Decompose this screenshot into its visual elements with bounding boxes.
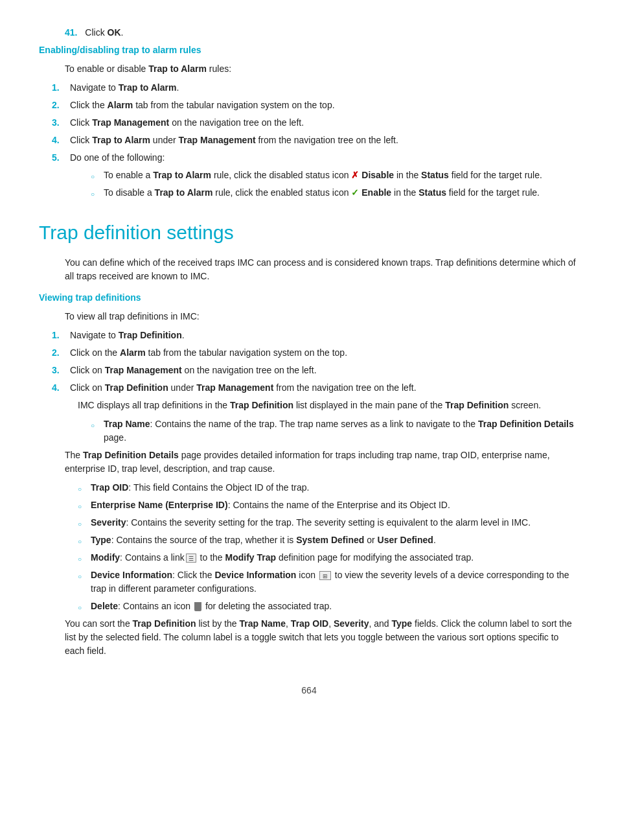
page-number: 664 xyxy=(39,684,579,697)
section2-step3: 3. Click on Trap Management on the navig… xyxy=(39,364,579,377)
bullet-enterprise-name: ○ Enterprise Name (Enterprise ID): Conta… xyxy=(39,498,579,512)
step-41-label: 41. xyxy=(65,27,77,38)
x-disable-icon: ✗ xyxy=(351,170,359,180)
step-41-text: Click xyxy=(85,27,107,38)
section1-step1: 1. Navigate to Trap to Alarm. xyxy=(39,81,579,95)
footer-sort-text: You can sort the Trap Definition list by… xyxy=(39,617,579,658)
section2-step4: 4. Click on Trap Definition under Trap M… xyxy=(39,381,579,395)
bullet-delete: ○ Delete: Contains an icon for deleting … xyxy=(39,600,579,613)
modify-icon: ☰ xyxy=(186,554,196,563)
step-41-bold: OK xyxy=(108,27,121,38)
section1-bullet2: ○ To disable a Trap to Alarm rule, click… xyxy=(39,186,579,200)
bullet-severity: ○ Severity: Contains the severity settin… xyxy=(39,516,579,530)
section2-imc-displays: IMC displays all trap definitions in the… xyxy=(39,399,579,412)
section1-step5: 5. Do one of the following: xyxy=(39,151,579,165)
step-41: 41. Click OK. xyxy=(39,26,579,40)
section2-details-para: The Trap Definition Details page provide… xyxy=(39,449,579,476)
section1-step2: 2. Click the Alarm tab from the tabular … xyxy=(39,99,579,112)
check-enable-icon: ✓ xyxy=(351,187,359,198)
section1-intro: To enable or disable Trap to Alarm rules… xyxy=(39,62,579,76)
section2-step1: 1. Navigate to Trap Definition. xyxy=(39,329,579,342)
bullet-type: ○ Type: Contains the source of the trap,… xyxy=(39,533,579,547)
main-title: Trap definition settings xyxy=(39,218,579,247)
section2-intro: To view all trap definitions in IMC: xyxy=(39,310,579,323)
bullet-device-info: ○ Device Information: Click the Device I… xyxy=(39,568,579,596)
intro-paragraph: You can define which of the received tra… xyxy=(39,256,579,283)
section2-heading: Viewing trap definitions xyxy=(39,291,579,305)
section2-sub-bullet-trapname: ○ Trap Name: Contains the name of the tr… xyxy=(39,417,579,445)
bullet-modify: ○ Modify: Contains a link☰ to the Modify… xyxy=(39,551,579,565)
device-info-icon: ⊞ xyxy=(319,571,331,580)
section1-bullet1: ○ To enable a Trap to Alarm rule, click … xyxy=(39,169,579,182)
section1-step4: 4. Click Trap to Alarm under Trap Manage… xyxy=(39,134,579,147)
section2-step2: 2. Click on the Alarm tab from the tabul… xyxy=(39,346,579,360)
bullet-trap-oid: ○ Trap OID: This field Contains the Obje… xyxy=(39,481,579,495)
trash-icon xyxy=(194,602,201,611)
section1-step3: 3. Click Trap Management on the navigati… xyxy=(39,116,579,130)
step-41-suffix: . xyxy=(121,27,124,38)
section1-heading: Enabling/disabling trap to alarm rules xyxy=(39,43,579,57)
